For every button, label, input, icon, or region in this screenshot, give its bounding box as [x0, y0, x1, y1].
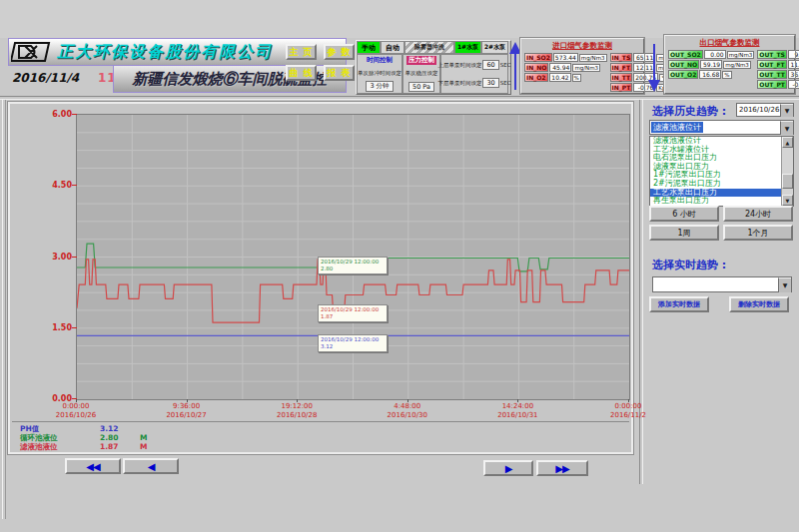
x-tick-date: 2016/10/26: [31, 411, 121, 420]
pressure-control-value[interactable]: 50 Pa: [408, 82, 434, 92]
realtime-trend-label: 选择实时趋势 :: [652, 258, 726, 272]
range-button-6小时[interactable]: 6 小时: [649, 206, 719, 222]
x-tick-mark: [407, 399, 408, 402]
pump1-button[interactable]: 1#水泵: [454, 41, 481, 54]
tooltip-time: 2016/10/29 12:00:00: [321, 259, 385, 266]
x-tick-label: 0:00:002016/10/26: [31, 402, 121, 420]
manual-mode-button[interactable]: 手动: [357, 41, 381, 54]
gas-param-value: 45.94: [549, 63, 571, 72]
outlet-gas-col1: OUT_SO20.00mg/Nm3OUT_NO59.19mg/Nm3OUT_O2…: [668, 50, 754, 90]
gas-param-unit: %: [572, 74, 581, 82]
outlet-gas-title: 出口烟气参数监测: [668, 38, 791, 48]
x-tick-date: 2016/10/30: [363, 411, 452, 420]
x-tick-label: 0:00:002016/11/2: [583, 402, 673, 420]
y-tick-label: 6.00: [40, 110, 72, 119]
auto-mode-button[interactable]: 自动: [381, 41, 404, 54]
dropdown-arrow-icon[interactable]: ▼: [780, 104, 793, 117]
legend-value: 1.87: [100, 442, 140, 451]
trend-plot-area[interactable]: 2016/10/29 12:00:002.802016/10/29 12:00:…: [76, 114, 630, 400]
y-tick-mark: [72, 327, 77, 328]
gas-param-label: IN_O2: [524, 73, 548, 82]
add-realtime-data-button[interactable]: 添加实时数据: [649, 296, 709, 312]
gas-param-label: IN_TS: [610, 53, 633, 62]
list-scrollbar[interactable]: ▲ ▼: [781, 137, 793, 206]
gas-param-value: 10.42: [549, 73, 571, 82]
nav-button-参数[interactable]: 参 数: [324, 44, 355, 60]
outlet-gas-col2: OUT_TS9.35mg/Nm3OUT_FT11.44m3/hOUT_TT36.…: [757, 50, 799, 90]
chart-tooltip: 2016/10/29 12:00:003.12: [318, 334, 388, 352]
scrollbar-thumb[interactable]: [782, 174, 793, 189]
tooltip-value: 3.12: [321, 343, 385, 350]
time-control-value[interactable]: 3 分钟: [366, 81, 393, 92]
x-tick-time: 14:24:00: [472, 402, 562, 411]
range-button-1个月[interactable]: 1个月: [723, 225, 793, 241]
range-button-24小时[interactable]: 24小时: [723, 206, 793, 222]
dropdown-arrow-icon[interactable]: ▼: [780, 121, 793, 135]
upper-spray-label: 上层单泵时间设定: [437, 62, 481, 69]
fast-forward-icon: ▶▶: [555, 463, 568, 474]
list-item[interactable]: 再生泵出口压力: [650, 197, 781, 206]
gas-param-label: OUT_O2: [668, 70, 698, 79]
x-tick-time: 0:00:00: [31, 402, 121, 411]
x-tick-mark: [517, 399, 518, 402]
y-tick-mark: [72, 257, 77, 258]
scroll-fast-back-button[interactable]: ◀◀: [65, 458, 121, 474]
upper-spray-value[interactable]: 60: [482, 60, 498, 70]
tooltip-value: 2.80: [321, 266, 385, 272]
gas-param-row: IN_NO45.94mg/Nm3: [524, 63, 607, 72]
legend-row: 滤液池液位1.87M: [12, 442, 629, 451]
scroll-forward-button[interactable]: ▶: [483, 460, 533, 476]
gas-param-unit: mg/Nm3: [579, 54, 607, 62]
chart-legend: PH值3.12循环池液位2.80M滤液池液位1.87M: [12, 421, 629, 455]
x-tick-date: 2016/10/27: [142, 411, 232, 420]
scroll-fast-forward-button[interactable]: ▶▶: [536, 460, 588, 476]
scrollbar-track[interactable]: [782, 148, 793, 195]
gas-param-unit: %: [722, 71, 731, 79]
delete-realtime-data-button[interactable]: 删除实时数据: [729, 296, 789, 312]
y-tick-label: 3.00: [40, 253, 72, 262]
flow-down-arrow-icon: [647, 42, 661, 96]
x-tick-label: 4:48:002016/10/30: [363, 402, 452, 420]
gas-param-row: OUT_SO20.00mg/Nm3: [668, 50, 754, 59]
gas-param-row: OUT_O216.68%: [668, 70, 754, 79]
gas-param-value: 59.19: [700, 60, 722, 69]
pump2-button[interactable]: 2#水泵: [481, 41, 508, 54]
range-button-1周[interactable]: 1周: [649, 225, 719, 241]
nav-button-曲线[interactable]: 曲 线: [286, 65, 317, 81]
gas-param-row: OUT_TT36.00℃: [757, 70, 799, 79]
gas-param-label: IN_TT: [610, 73, 633, 82]
scroll-up-icon[interactable]: ▲: [782, 137, 793, 148]
demister-flush-button[interactable]: 除雾器冲洗: [404, 41, 454, 54]
inlet-gas-title: 进口烟气参数监测: [524, 41, 640, 51]
nav-button-主页[interactable]: 主 页: [286, 44, 317, 60]
realtime-trend-combo[interactable]: ▼: [652, 276, 792, 292]
chart-tooltip: 2016/10/29 12:00:001.87: [318, 304, 388, 322]
x-tick-date: 2016/10/28: [252, 411, 342, 420]
scroll-back-button[interactable]: ◀: [123, 458, 179, 474]
x-tick-label: 19:12:002016/10/28: [252, 402, 342, 420]
legend-value: 3.12: [100, 424, 140, 433]
pressure-control-label: 单次稳压设定: [405, 70, 438, 77]
gas-param-label: OUT_TT: [757, 70, 786, 79]
y-tick-label: 4.50: [40, 181, 72, 190]
lower-spray-value[interactable]: 30: [482, 78, 498, 88]
company-name: 正大环保设备股份有限公司: [57, 42, 273, 63]
gas-param-value: 36.00: [788, 70, 799, 79]
pressure-control-title: 压力控制: [406, 56, 436, 65]
legend-name: 循环池液位: [12, 433, 100, 442]
history-trend-combo[interactable]: 滤液池液位计 ▼: [649, 120, 794, 135]
dropdown-arrow-icon[interactable]: ▼: [778, 277, 791, 292]
scroll-down-icon[interactable]: ▼: [782, 195, 793, 206]
inlet-gas-panel: 进口烟气参数监测 IN_SO2573.44mg/Nm3IN_NO45.94mg/…: [520, 38, 644, 94]
gas-param-label: IN_NO: [524, 63, 548, 72]
gas-param-row: OUT_PT-0.23Kpa: [757, 80, 799, 89]
gas-param-value: 16.68: [699, 70, 721, 79]
gas-param-value: 11.44: [788, 60, 799, 69]
history-date-combo[interactable]: 2016/10/26 ▼: [736, 103, 794, 117]
gas-param-row: IN_SO2573.44mg/Nm3: [524, 53, 607, 62]
gas-param-label: OUT_NO: [668, 60, 699, 69]
legend-name: 滤液池液位: [12, 442, 100, 451]
legend-unit: [140, 424, 170, 433]
chart-tooltip: 2016/10/29 12:00:002.80: [318, 257, 388, 274]
nav-button-报表[interactable]: 报 表: [324, 65, 355, 81]
